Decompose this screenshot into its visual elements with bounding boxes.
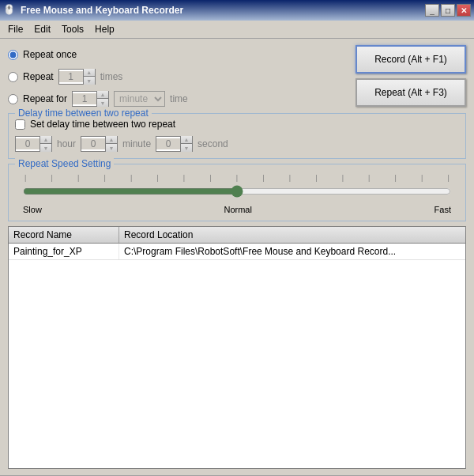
col-header-name: Record Name: [9, 227, 119, 243]
options-panel: Repeat once Repeat ▲ ▼ times Repeat for: [8, 45, 348, 108]
repeat-for-unit-select[interactable]: minute hour second: [114, 91, 165, 107]
delay-hour-arrows: ▲ ▼: [40, 136, 51, 152]
repeat-once-radio[interactable]: [8, 50, 18, 60]
slider-ticks-top: | | | | | | | | | | | | | | | | |: [23, 174, 451, 182]
delay-hour-up[interactable]: ▲: [40, 136, 51, 144]
delay-hour-label: hour: [57, 138, 76, 149]
repeat-times-spinbox: ▲ ▼: [58, 69, 96, 85]
record-button[interactable]: Record (Alt + F1): [356, 45, 466, 74]
repeat-for-radio[interactable]: [8, 94, 18, 104]
delay-minute-down[interactable]: ▼: [106, 144, 117, 152]
delay-group-title: Delay time between two repeat: [15, 108, 152, 119]
repeat-button[interactable]: Repeat (Alt + F3): [356, 78, 466, 107]
delay-second-arrows: ▲ ▼: [180, 136, 192, 152]
slider-wrapper: | | | | | | | | | | | | | | | | |: [23, 174, 451, 202]
delay-hour-spinbox: ▲ ▼: [15, 136, 52, 152]
repeat-for-row: Repeat for ▲ ▼ minute hour second time: [8, 89, 348, 108]
close-button[interactable]: ✕: [457, 4, 471, 17]
delay-second-down[interactable]: ▼: [181, 144, 192, 152]
delay-checkbox-label: Set delay time between two repeat: [30, 119, 175, 130]
records-table: Record Name Record Location Painting_for…: [8, 226, 466, 469]
slider-labels: Slow Normal Fast: [23, 205, 451, 214]
repeat-once-label: Repeat once: [23, 49, 77, 60]
repeat-times-label: Repeat: [23, 71, 54, 82]
repeat-times-up[interactable]: ▲: [84, 69, 95, 77]
delay-checkbox[interactable]: [15, 119, 25, 130]
repeat-times-row: Repeat ▲ ▼ times: [8, 67, 348, 86]
speed-label-normal: Normal: [224, 205, 251, 214]
repeat-times-arrows: ▲ ▼: [83, 69, 95, 85]
speed-slider[interactable]: [23, 183, 451, 199]
menu-bar: File Edit Tools Help: [0, 21, 474, 39]
maximize-button[interactable]: □: [441, 4, 455, 17]
repeat-for-arrows: ▲ ▼: [96, 91, 108, 107]
menu-file[interactable]: File: [3, 22, 28, 36]
repeat-for-up[interactable]: ▲: [97, 91, 108, 99]
table-header: Record Name Record Location: [9, 227, 465, 244]
menu-tools[interactable]: Tools: [57, 22, 88, 36]
menu-help[interactable]: Help: [90, 22, 119, 36]
delay-inputs-row: ▲ ▼ hour ▲ ▼ minute ▲ ▼ second: [15, 136, 459, 152]
repeat-times-radio[interactable]: [8, 72, 18, 82]
delay-hour-down[interactable]: ▼: [40, 144, 51, 152]
delay-minute-spinbox: ▲ ▼: [81, 136, 118, 152]
repeat-for-spinbox: ▲ ▼: [72, 91, 109, 107]
delay-second-spinbox: ▲ ▼: [156, 136, 193, 152]
main-content: Repeat once Repeat ▲ ▼ times Repeat for: [0, 39, 474, 475]
top-section: Repeat once Repeat ▲ ▼ times Repeat for: [8, 45, 466, 108]
repeat-for-down[interactable]: ▼: [97, 99, 108, 107]
table-row[interactable]: Painting_for_XP C:\Program Files\RobotSo…: [9, 244, 465, 260]
speed-label-slow: Slow: [23, 205, 42, 214]
delay-second-up[interactable]: ▲: [181, 136, 192, 144]
slider-container: | | | | | | | | | | | | | | | | |: [15, 174, 459, 214]
repeat-for-input[interactable]: [73, 93, 96, 104]
delay-second-label: second: [198, 138, 228, 149]
repeat-for-suffix: time: [170, 93, 188, 104]
delay-minute-label: minute: [122, 138, 151, 149]
delay-minute-input[interactable]: [81, 138, 105, 149]
delay-hour-input[interactable]: [16, 138, 40, 149]
repeat-times-down[interactable]: ▼: [84, 77, 95, 85]
delay-checkbox-row: Set delay time between two repeat: [15, 119, 459, 130]
app-title: Free Mouse and Keyboard Recorder: [21, 5, 425, 16]
repeat-times-input[interactable]: [59, 71, 83, 82]
col-header-location: Record Location: [119, 227, 465, 243]
speed-group: Repeat Speed Setting | | | | | | | | | |…: [8, 164, 466, 221]
minimize-button[interactable]: _: [425, 4, 439, 17]
repeat-times-suffix: times: [100, 71, 123, 82]
app-icon: 🖱️: [3, 4, 16, 17]
menu-edit[interactable]: Edit: [29, 22, 55, 36]
delay-second-input[interactable]: [156, 138, 180, 149]
title-bar: 🖱️ Free Mouse and Keyboard Recorder _ □ …: [0, 0, 474, 21]
window-controls: _ □ ✕: [425, 4, 471, 17]
buttons-panel: Record (Alt + F1) Repeat (Alt + F3): [356, 45, 466, 108]
speed-label-fast: Fast: [434, 205, 451, 214]
delay-minute-up[interactable]: ▲: [106, 136, 117, 144]
cell-record-location: C:\Program Files\RobotSoft\Free Mouse an…: [119, 244, 465, 259]
delay-group: Delay time between two repeat Set delay …: [8, 113, 466, 159]
repeat-for-label: Repeat for: [23, 93, 67, 104]
cell-record-name: Painting_for_XP: [9, 244, 119, 259]
delay-minute-arrows: ▲ ▼: [105, 136, 117, 152]
repeat-once-row: Repeat once: [8, 45, 348, 64]
speed-group-title: Repeat Speed Setting: [15, 158, 114, 169]
